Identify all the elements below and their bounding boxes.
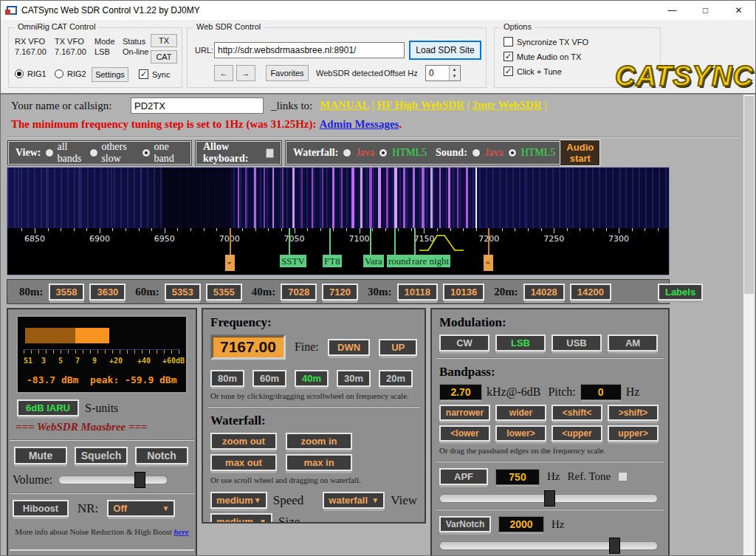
band-memory-button-5355[interactable]: 5355 <box>206 284 242 301</box>
tx-button[interactable]: TX <box>151 34 177 47</box>
pitch-display[interactable]: 0 <box>580 384 622 400</box>
varnotch-display[interactable]: 2000 <box>498 516 544 532</box>
sound-html5-radio[interactable] <box>508 148 517 157</box>
waterfall-display[interactable]: 6850690069507000705071007150720072507300… <box>7 167 670 275</box>
band-memory-button-7028[interactable]: 7028 <box>281 284 317 301</box>
waterfall-java-radio[interactable] <box>343 148 351 157</box>
back-button[interactable]: ← <box>214 65 233 81</box>
offset-spinner[interactable]: 0 ▲▼ <box>425 65 461 81</box>
ref-tone-checkbox[interactable] <box>618 472 628 481</box>
band-marker-FT8[interactable]: FT8 <box>323 255 342 267</box>
band-edge-marker[interactable]: ‹ <box>484 255 493 271</box>
allow-keyboard-checkbox[interactable] <box>266 148 274 158</box>
waterfall-max-out-button[interactable]: max out <box>210 454 277 471</box>
fine-down-button[interactable]: DWN <box>328 339 371 356</box>
apf-slider[interactable] <box>439 494 658 503</box>
bandpass-button-wider[interactable]: wider <box>495 405 546 421</box>
url-input[interactable] <box>214 42 405 58</box>
view-dropdown[interactable]: waterfall▼ <box>323 492 385 509</box>
size-dropdown[interactable]: medium▼ <box>210 513 272 524</box>
bandpass-button-upper[interactable]: upper> <box>608 425 659 442</box>
rig1-radio[interactable]: RIG1 <box>15 69 47 78</box>
bandpass-button-lower[interactable]: <lower <box>439 425 490 442</box>
rig2-radio[interactable]: RIG2 <box>55 69 86 78</box>
band-memory-button-3630[interactable]: 3630 <box>89 284 126 301</box>
top-link[interactable]: 2mtr WebSDR <box>472 99 542 111</box>
band-marker-SSTV[interactable]: SSTV <box>280 255 306 267</box>
varnotch-button[interactable]: VarNotch <box>439 516 491 532</box>
freq-band-30m[interactable]: 30m <box>337 370 371 387</box>
callsign-input[interactable] <box>131 97 264 114</box>
sync-checkbox[interactable]: Sync <box>139 69 170 79</box>
modulation-am-button[interactable]: AM <box>608 334 658 351</box>
band-edge-marker[interactable]: › <box>225 255 235 271</box>
volume-slider-thumb[interactable] <box>134 472 145 488</box>
band-memory-button-14028[interactable]: 14028 <box>523 284 565 301</box>
band-memory-button-10118[interactable]: 10118 <box>397 284 438 301</box>
audio-start-button[interactable]: Audio start <box>560 140 600 166</box>
nr-info-link[interactable]: here <box>173 527 188 536</box>
varnotch-slider-thumb[interactable] <box>609 538 620 554</box>
bandpass-button-shift[interactable]: <shift< <box>551 405 602 421</box>
spectrogram[interactable] <box>7 168 669 228</box>
audio-mute-button[interactable]: Mute <box>14 447 67 464</box>
band-memory-button-10136[interactable]: 10136 <box>443 284 484 301</box>
view-radio-all-bands[interactable] <box>45 148 54 157</box>
band-memory-button-14200[interactable]: 14200 <box>570 284 611 301</box>
iaru-button[interactable]: 6dB IARU <box>17 399 79 416</box>
band-marker-round[interactable]: round <box>387 255 412 267</box>
apf-button[interactable]: APF <box>439 468 488 485</box>
freq-band-80m[interactable]: 80m <box>210 370 244 387</box>
option-checkbox-0[interactable]: Syncronize TX VFO <box>504 37 588 47</box>
modulation-cw-button[interactable]: CW <box>439 334 489 351</box>
hiboost-button[interactable]: Hiboost <box>13 500 69 517</box>
frequency-display[interactable]: 7167.00 <box>210 334 286 360</box>
band-memory-button-7120[interactable]: 7120 <box>322 284 358 301</box>
volume-slider[interactable] <box>58 476 168 484</box>
waterfall-zoom-out-button[interactable]: zoom out <box>210 433 277 450</box>
speed-dropdown[interactable]: medium▼ <box>210 492 267 509</box>
labels-button[interactable]: Labels <box>658 284 703 301</box>
view-radio-one-band[interactable] <box>142 148 151 157</box>
modulation-lsb-button[interactable]: LSB <box>495 334 546 351</box>
modulation-usb-button[interactable]: USB <box>551 334 602 351</box>
audio-notch-button[interactable]: Notch <box>135 447 188 464</box>
freq-band-20m[interactable]: 20m <box>379 370 413 387</box>
band-marker-rare-night[interactable]: rare night <box>410 255 450 267</box>
bandpass-button-lower[interactable]: lower> <box>495 425 546 442</box>
bandpass-button-upper[interactable]: <upper <box>551 425 602 442</box>
load-sdr-site-button[interactable]: Load SDR Site <box>409 41 481 60</box>
sound-java-radio[interactable] <box>472 148 481 157</box>
waterfall-max-in-button[interactable]: max in <box>286 454 352 471</box>
waterfall-html5-radio[interactable] <box>379 148 388 157</box>
top-link[interactable]: MANUAL <box>320 99 369 111</box>
admin-messages-link[interactable]: Admin Messages <box>319 118 399 130</box>
bandpass-width-display[interactable]: 2.70 <box>439 384 482 400</box>
cat-button[interactable]: CAT <box>151 50 177 64</box>
bandpass-button-narrower[interactable]: narrower <box>439 405 490 421</box>
freq-band-40m[interactable]: 40m <box>295 370 329 387</box>
apf-display[interactable]: 750 <box>495 469 540 485</box>
settings-button[interactable]: Settings <box>92 67 128 82</box>
page-scrollbar[interactable] <box>743 95 755 556</box>
option-checkbox-2[interactable]: Click + Tune <box>504 66 588 76</box>
waterfall-zoom-in-button[interactable]: zoom in <box>286 433 352 450</box>
favorites-button[interactable]: Favorites <box>266 65 309 81</box>
audio-squelch-button[interactable]: Squelch <box>75 447 128 464</box>
frequency-scale[interactable]: 6850690069507000705071007150720072507300… <box>7 228 669 275</box>
nr-dropdown[interactable]: Off▼ <box>107 500 175 517</box>
spinner-arrows[interactable]: ▲▼ <box>449 66 459 80</box>
top-link[interactable]: HF High WebSDR <box>377 99 464 111</box>
bandpass-button-shift[interactable]: >shift> <box>608 405 659 421</box>
band-memory-button-3558[interactable]: 3558 <box>49 284 85 301</box>
freq-band-60m[interactable]: 60m <box>252 370 286 387</box>
forward-button[interactable]: → <box>236 65 255 81</box>
close-button[interactable]: ✕ <box>722 1 755 20</box>
apf-slider-thumb[interactable] <box>544 490 555 507</box>
maximize-button[interactable]: □ <box>689 1 722 20</box>
band-marker-Vara[interactable]: Vara <box>363 255 384 267</box>
minimize-button[interactable]: — <box>656 1 689 20</box>
view-radio-others-slow[interactable] <box>89 148 98 157</box>
varnotch-slider[interactable] <box>439 541 658 550</box>
fine-up-button[interactable]: UP <box>379 339 417 356</box>
